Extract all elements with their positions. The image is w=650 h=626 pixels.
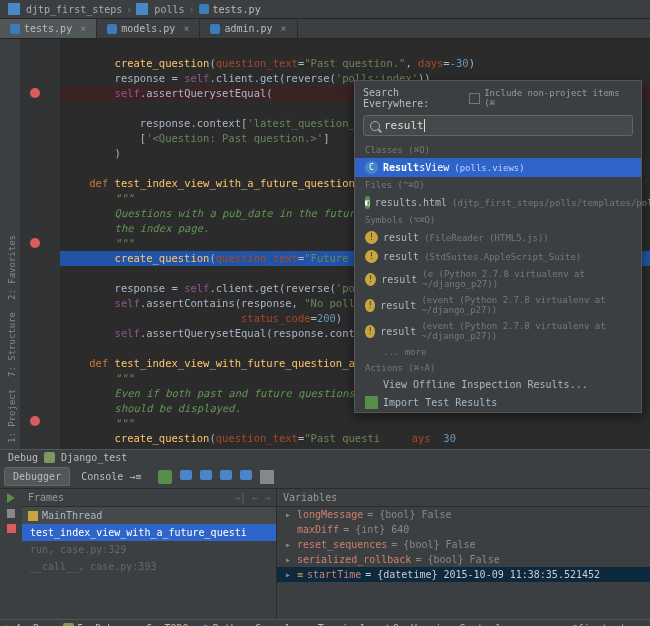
- debug-config: Django_test: [61, 452, 127, 463]
- result-class[interactable]: C ResultsView (polls.views): [355, 158, 641, 177]
- frame-item[interactable]: run, case.py:329: [22, 541, 276, 558]
- search-everywhere-popup: Search Everywhere: Include non-project i…: [354, 80, 642, 413]
- class-icon: C: [365, 161, 378, 174]
- rail-structure[interactable]: 7: Structure: [0, 306, 20, 383]
- search-icon: [370, 121, 380, 131]
- result-symbol[interactable]: ! result (event (Python 2.7.8 virtualenv…: [355, 292, 641, 318]
- variable-row[interactable]: maxDiff = {int} 640: [277, 522, 650, 537]
- tab-console[interactable]: Console →≡: [72, 467, 150, 486]
- symbol-icon: !: [365, 231, 378, 244]
- debug-title-bar: Debug Django_test: [0, 450, 650, 465]
- editor-tabs: tests.py × models.py × admin.py ×: [0, 19, 650, 39]
- debug-tabs: Debugger Console →≡: [0, 465, 650, 489]
- bottom-tool-bar: 4: Run 5: Debug ✓6: TODO ⬢Python Console…: [0, 619, 650, 626]
- tab-admin[interactable]: admin.py ×: [200, 19, 297, 38]
- search-query: result: [384, 119, 425, 132]
- breadcrumb-root[interactable]: djtp_first_steps: [26, 4, 122, 15]
- section-classes: Classes (⌘O): [355, 142, 641, 158]
- rerun-icon[interactable]: [158, 470, 172, 484]
- evaluate-icon[interactable]: [260, 470, 274, 484]
- variable-row[interactable]: ▸reset_sequences = {bool} False: [277, 537, 650, 552]
- python-file-icon: [199, 4, 209, 14]
- section-files: Files (^⌘O): [355, 177, 641, 193]
- breakpoint-icon[interactable]: [30, 238, 40, 248]
- result-symbol[interactable]: ! result (event (Python 2.7.8 virtualenv…: [355, 318, 641, 344]
- section-symbols: Symbols (⌥⌘O): [355, 212, 641, 228]
- tab-label: models.py: [121, 23, 175, 34]
- symbol-icon: !: [365, 250, 378, 263]
- tab-label: tests.py: [24, 23, 72, 34]
- tab-label: admin.py: [224, 23, 272, 34]
- chevron-right-icon: ›: [188, 4, 194, 15]
- result-file[interactable]: ◧ results.html (djtp_first_steps/polls/t…: [355, 193, 641, 212]
- breadcrumb: djtp_first_steps › polls › tests.py: [0, 0, 650, 19]
- variable-row[interactable]: ▸longMessage = {bool} False: [277, 507, 650, 522]
- html-file-icon: ◧: [365, 196, 370, 209]
- step-into-icon[interactable]: [200, 470, 212, 480]
- stop-button[interactable]: [7, 524, 16, 533]
- variables-label: Variables: [283, 492, 337, 503]
- checkbox-label: Include non-project items (⌘: [484, 88, 633, 108]
- result-symbol[interactable]: ! result (e (Python 2.7.8 virtualenv at …: [355, 266, 641, 292]
- frame-item[interactable]: test_index_view_with_a_future_questi: [22, 524, 276, 541]
- left-tool-rail: 1: Project 7: Structure 2: Favorites: [0, 39, 20, 449]
- bug-icon: [44, 452, 55, 463]
- python-file-icon: [210, 24, 220, 34]
- checkbox-icon: [469, 93, 480, 104]
- close-icon[interactable]: ×: [183, 23, 189, 34]
- tab-tests[interactable]: tests.py ×: [0, 19, 97, 38]
- search-input[interactable]: result: [363, 115, 633, 136]
- step-over-icon[interactable]: [180, 470, 192, 480]
- tab-models[interactable]: models.py ×: [97, 19, 200, 38]
- thread-icon: [28, 511, 38, 521]
- rail-favorites[interactable]: 2: Favorites: [0, 229, 20, 306]
- chevron-right-icon: ›: [126, 4, 132, 15]
- frames-nav-icons[interactable]: →| ← →: [234, 492, 270, 503]
- run-to-cursor-icon[interactable]: [240, 470, 252, 480]
- thread-name: MainThread: [42, 510, 102, 521]
- python-file-icon: [107, 24, 117, 34]
- step-out-icon[interactable]: [220, 470, 232, 480]
- frames-label: Frames: [28, 492, 64, 503]
- tab-debugger[interactable]: Debugger: [4, 467, 70, 486]
- rail-project[interactable]: 1: Project: [0, 383, 20, 449]
- result-action[interactable]: Import Test Results: [355, 393, 641, 412]
- result-more[interactable]: ... more: [355, 344, 641, 360]
- result-symbol[interactable]: ! result (FileReader (HTML5.js)): [355, 228, 641, 247]
- editor-gutter[interactable]: [20, 39, 60, 449]
- variable-row[interactable]: ▸serialized_rollback = {bool} False: [277, 552, 650, 567]
- thread-selector[interactable]: MainThread: [22, 507, 276, 524]
- result-symbol[interactable]: ! result (StdSuites.AppleScript_Suite): [355, 247, 641, 266]
- python-file-icon: [10, 24, 20, 34]
- symbol-icon: !: [365, 299, 375, 312]
- include-non-project-checkbox[interactable]: Include non-project items (⌘: [469, 88, 633, 108]
- debug-panel: Debug Django_test Debugger Console →≡ Fr…: [0, 449, 650, 619]
- search-title: Search Everywhere:: [363, 87, 469, 109]
- breadcrumb-folder[interactable]: polls: [154, 4, 184, 15]
- import-icon: [365, 396, 378, 409]
- debug-left-rail: [0, 489, 22, 619]
- section-actions: Actions (⌘⇧A): [355, 360, 641, 376]
- folder-icon: [136, 3, 148, 15]
- variables-pane: Variables ▸longMessage = {bool} False ma…: [277, 489, 650, 619]
- result-action[interactable]: View Offline Inspection Results...: [355, 376, 641, 393]
- breakpoint-icon[interactable]: [30, 416, 40, 426]
- folder-icon: [8, 3, 20, 15]
- close-icon[interactable]: ×: [80, 23, 86, 34]
- symbol-icon: !: [365, 273, 376, 286]
- breakpoint-icon[interactable]: [30, 88, 40, 98]
- pause-button[interactable]: [7, 509, 15, 518]
- resume-button[interactable]: [7, 493, 15, 503]
- breadcrumb-file[interactable]: tests.py: [213, 4, 261, 15]
- frames-pane: Frames →| ← → MainThread test_index_view…: [22, 489, 277, 619]
- variable-row[interactable]: ▸≡ startTime = {datetime} 2015-10-09 11:…: [277, 567, 650, 582]
- frame-item[interactable]: __call__, case.py:393: [22, 558, 276, 575]
- close-icon[interactable]: ×: [281, 23, 287, 34]
- debug-label: Debug: [8, 452, 38, 463]
- symbol-icon: !: [365, 325, 375, 338]
